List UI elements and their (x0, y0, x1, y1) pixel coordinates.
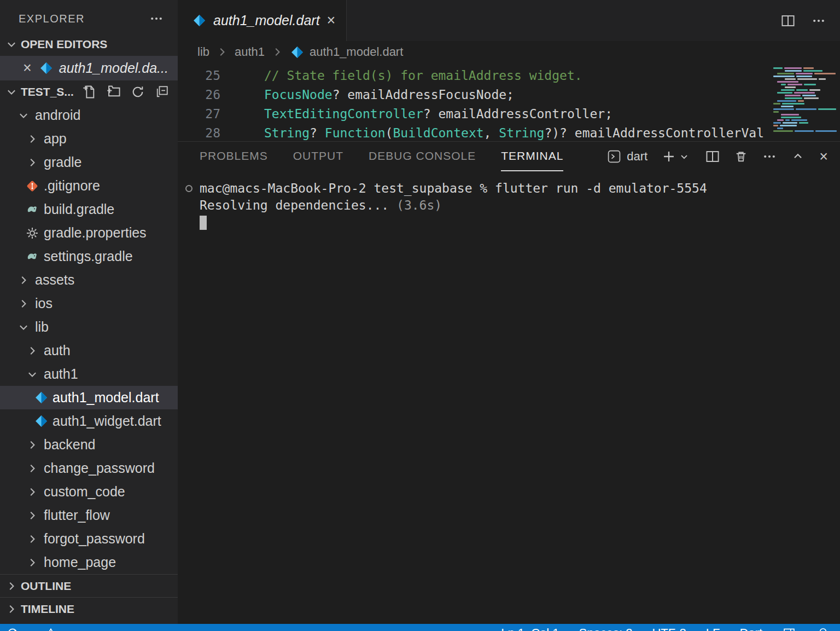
line-number: 28 (178, 124, 220, 141)
collapse-all-icon[interactable] (155, 85, 169, 99)
line-number: 26 (178, 85, 220, 105)
bell-icon[interactable] (816, 626, 830, 631)
dart-file-icon (192, 14, 206, 28)
explorer-more-icon[interactable] (149, 11, 164, 26)
chevron-right-icon (25, 485, 39, 499)
shell-selector[interactable]: dart (607, 149, 648, 164)
tab-close-icon[interactable]: × (327, 13, 336, 28)
open-editor-item[interactable]: ×auth1_model.da... (0, 56, 178, 80)
code-lines: 25// State field(s) for emailAddress wid… (178, 66, 840, 141)
tree-item-label: home_page (44, 554, 116, 570)
code-line: 27TextEditingController? emailAddressCon… (178, 105, 840, 124)
panel-tab-debug-console[interactable]: DEBUG CONSOLE (369, 142, 476, 171)
workspace-header[interactable]: TEST_S... (0, 80, 178, 103)
chevron-right-icon (25, 508, 39, 523)
tree-item-label: custom_code (44, 484, 125, 500)
tree-item-label: auth1_model.dart (52, 390, 159, 406)
gradle-file-icon (25, 250, 39, 264)
dart-file-icon (290, 45, 304, 59)
code-line: 26FocusNode? emailAddressFocusNode; (178, 85, 840, 105)
close-panel-icon[interactable]: × (819, 149, 828, 164)
status-item-lf[interactable]: LF (706, 626, 720, 631)
panel-tab-terminal[interactable]: TERMINAL (501, 142, 563, 171)
kill-terminal-icon[interactable] (734, 149, 748, 164)
code-text: // State field(s) for emailAddress widge… (220, 66, 582, 85)
breadcrumb-item[interactable]: lib (197, 45, 209, 59)
split-editor-icon[interactable] (781, 14, 795, 28)
open-editors-header[interactable]: OPEN EDITORS (0, 33, 178, 56)
tree-item-gradle[interactable]: gradle (0, 150, 178, 174)
tree-item-change_password[interactable]: change_password (0, 456, 178, 480)
breadcrumb-item[interactable]: auth1 (235, 45, 265, 59)
minimap[interactable] (770, 63, 840, 135)
editor-group: auth1_model.dart × libauth1auth1_model.d… (178, 0, 840, 141)
status-item-ln-1-col-1[interactable]: Ln 1, Col 1 (501, 626, 559, 631)
panel-tab-output[interactable]: OUTPUT (293, 142, 343, 171)
tree-item-auth1_model.dart[interactable]: auth1_model.dart (0, 386, 178, 409)
tree-item-label: app (44, 131, 67, 147)
breadcrumb[interactable]: libauth1auth1_model.dart (178, 41, 840, 63)
maximize-panel-icon[interactable] (791, 149, 805, 164)
warnings-icon[interactable] (44, 626, 58, 631)
line-number: 27 (178, 105, 220, 124)
tree-item-android[interactable]: android (0, 103, 178, 127)
tree-item-label: ios (35, 296, 52, 311)
status-item-dart[interactable]: Dart (739, 626, 762, 631)
tree-item-flutter_flow[interactable]: flutter_flow (0, 503, 178, 527)
new-file-icon[interactable] (83, 85, 97, 99)
errors-icon[interactable] (5, 626, 20, 631)
gradle-file-icon (25, 202, 39, 217)
tree-item-custom_code[interactable]: custom_code (0, 480, 178, 503)
open-editors-label: OPEN EDITORS (21, 38, 107, 51)
chevron-right-icon (16, 297, 31, 311)
tree-item-ios[interactable]: ios (0, 292, 178, 315)
chevron-right-icon (4, 602, 19, 616)
new-folder-icon[interactable] (107, 85, 121, 99)
section-outline[interactable]: OUTLINE (0, 574, 178, 597)
plus-icon[interactable] (662, 149, 676, 164)
chevron-down-icon[interactable] (677, 149, 691, 164)
tree-item-build.gradle[interactable]: build.gradle (0, 198, 178, 221)
tree-item-assets[interactable]: assets (0, 268, 178, 292)
tree-item-home_page[interactable]: home_page (0, 551, 178, 574)
tab-bar: auth1_model.dart × (178, 0, 840, 41)
status-item-spaces-2[interactable]: Spaces: 2 (579, 626, 633, 631)
tree-item-label: flutter_flow (44, 507, 110, 523)
tree-item-label: build.gradle (44, 201, 114, 217)
terminal-output[interactable]: mac@macs-MacBook-Pro-2 test_supabase % f… (178, 171, 840, 230)
tree-item-settings.gradle[interactable]: settings.gradle (0, 245, 178, 268)
status-right: Ln 1, Col 1Spaces: 2UTF-8LFDart (501, 626, 830, 631)
tree-item-auth1[interactable]: auth1 (0, 362, 178, 386)
tree-item-lib[interactable]: lib (0, 315, 178, 339)
section-timeline[interactable]: TIMELINE (0, 597, 178, 620)
tree-item-auth1_widget.dart[interactable]: auth1_widget.dart (0, 409, 178, 433)
open-editor-label: auth1_model.da... (59, 60, 168, 76)
tree-item-app[interactable]: app (0, 127, 178, 150)
workspace-label: TEST_S... (21, 85, 74, 99)
status-left (5, 626, 58, 631)
new-terminal-control[interactable] (662, 149, 691, 164)
editor-more-icon[interactable] (812, 14, 826, 28)
tab-auth1-model-dart[interactable]: auth1_model.dart × (178, 0, 347, 41)
breadcrumb-item[interactable]: auth1_model.dart (310, 45, 403, 59)
split-terminal-icon[interactable] (705, 149, 720, 164)
git-file-icon (25, 179, 39, 193)
tree-item-label: android (35, 107, 80, 123)
panel-more-icon[interactable] (762, 149, 777, 164)
tree-item-.gitignore[interactable]: .gitignore (0, 174, 178, 198)
chevron-right-icon (25, 438, 39, 452)
tree-item-forgot_password[interactable]: forgot_password (0, 527, 178, 551)
code-editor[interactable]: 25// State field(s) for emailAddress wid… (178, 63, 840, 141)
file-tree: androidappgradle.gitignorebuild.gradlegr… (0, 103, 178, 574)
layout-icon[interactable] (782, 626, 796, 631)
close-editor-icon[interactable]: × (23, 61, 32, 76)
chevron-right-icon (25, 344, 39, 358)
status-bar: Ln 1, Col 1Spaces: 2UTF-8LFDart (0, 624, 840, 631)
tree-item-label: assets (35, 272, 74, 288)
tree-item-auth[interactable]: auth (0, 339, 178, 362)
tree-item-gradle.properties[interactable]: gradle.properties (0, 221, 178, 245)
tree-item-backend[interactable]: backend (0, 433, 178, 456)
refresh-icon[interactable] (131, 85, 145, 99)
status-item-utf-8[interactable]: UTF-8 (652, 626, 686, 631)
panel-tab-problems[interactable]: PROBLEMS (200, 142, 268, 171)
